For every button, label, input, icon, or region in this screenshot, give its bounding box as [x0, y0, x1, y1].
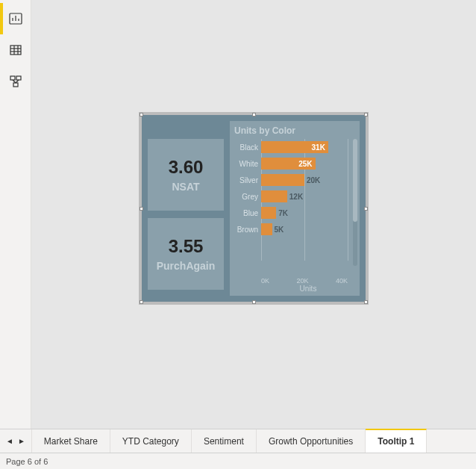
bar-data-label: 5K — [275, 226, 284, 234]
bar-data-label: 31K — [312, 143, 328, 152]
svg-rect-11 — [13, 83, 18, 87]
svg-rect-4 — [10, 46, 21, 55]
svg-rect-10 — [16, 76, 21, 80]
bar-category-label: Silver — [234, 176, 261, 184]
bar-row: Silver20K — [234, 172, 348, 188]
bar-data-label: 7K — [278, 209, 288, 217]
report-view-button[interactable] — [0, 3, 31, 34]
purchagain-value: 3.55 — [169, 236, 204, 257]
nsat-label: NSAT — [172, 181, 199, 193]
next-page-arrow[interactable]: ► — [18, 437, 25, 445]
x-axis-ticks: 0K 20K 40K — [261, 276, 348, 285]
page-tabs: ◄ ► Market ShareYTD CategorySentimentGro… — [0, 429, 476, 453]
report-canvas[interactable]: 3.60 NSAT 3.55 PurchAgain Units by Color… — [31, 0, 476, 429]
tooltip-page[interactable]: 3.60 NSAT 3.55 PurchAgain Units by Color… — [139, 112, 369, 305]
chart-title: Units by Color — [234, 125, 355, 136]
model-view-button[interactable] — [0, 66, 31, 97]
bar-data-label: 12K — [289, 193, 303, 201]
data-view-button[interactable] — [0, 34, 31, 66]
nsat-card[interactable]: 3.60 NSAT — [148, 139, 224, 211]
bar-category-label: Brown — [234, 226, 261, 234]
bar-category-label: Blue — [234, 209, 261, 217]
page-tab[interactable]: YTD Category — [110, 429, 192, 453]
page-tab[interactable]: Growth Opportunities — [257, 429, 366, 453]
page-tab[interactable]: Tooltip 1 — [366, 429, 427, 453]
svg-rect-9 — [10, 76, 15, 80]
page-tab[interactable]: Sentiment — [192, 429, 257, 453]
bar-row: White25K — [234, 155, 348, 172]
bar-row: Black31K — [234, 139, 348, 155]
view-rail — [0, 0, 31, 429]
bar-chart-icon — [8, 11, 23, 26]
table-icon — [8, 43, 23, 58]
bar-category-label: Black — [234, 143, 261, 152]
bar-row: Blue7K — [234, 205, 348, 221]
bar-category-label: White — [234, 160, 261, 168]
page-indicator: Page 6 of 6 — [6, 457, 48, 466]
x-axis-label: Units — [261, 285, 355, 293]
bar-category-label: Grey — [234, 193, 261, 201]
status-bar: Page 6 of 6 — [0, 453, 476, 469]
tab-nav: ◄ ► — [0, 429, 32, 453]
nsat-value: 3.60 — [169, 157, 204, 178]
model-icon — [8, 74, 23, 89]
purchagain-label: PurchAgain — [157, 260, 216, 272]
chart-scrollbar[interactable] — [353, 139, 357, 266]
bar-row: Grey12K — [234, 188, 348, 205]
bar-data-label: 20K — [307, 176, 320, 184]
bar-row: Brown5K — [234, 221, 348, 237]
bar-data-label: 25K — [298, 160, 315, 168]
prev-page-arrow[interactable]: ◄ — [6, 437, 13, 445]
units-by-color-chart[interactable]: Units by Color Black31KWhite25KSilver20K… — [230, 121, 360, 296]
page-tab[interactable]: Market Share — [32, 429, 110, 453]
purchagain-card[interactable]: 3.55 PurchAgain — [148, 218, 224, 290]
